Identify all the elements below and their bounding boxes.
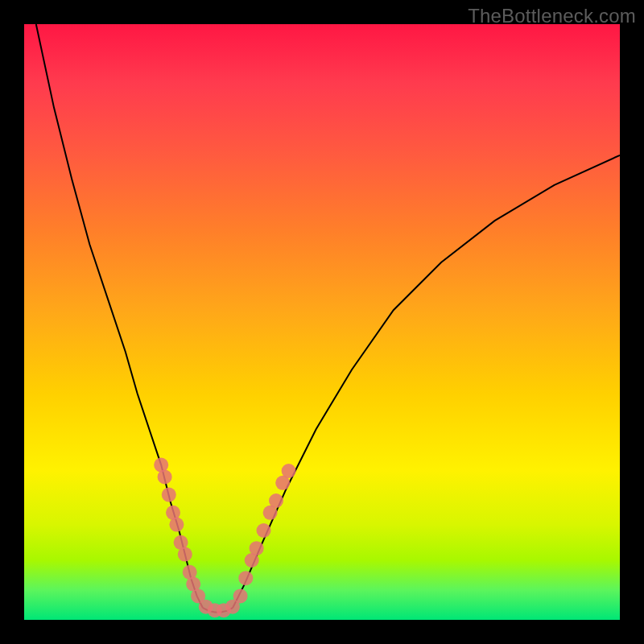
chart-frame: TheBottleneck.com xyxy=(0,0,644,644)
plot-area xyxy=(24,24,620,620)
data-marker xyxy=(162,488,176,502)
chart-overlay xyxy=(24,24,620,620)
data-marker xyxy=(169,518,184,532)
data-marker xyxy=(158,469,172,484)
data-marker xyxy=(269,493,283,508)
data-marker xyxy=(250,541,264,555)
data-marker xyxy=(257,523,271,538)
data-marker xyxy=(238,571,253,585)
watermark-text: TheBottleneck.com xyxy=(468,5,636,27)
data-marker xyxy=(282,464,296,478)
marker-group xyxy=(154,458,295,618)
curve-right-arm xyxy=(233,155,620,608)
data-marker xyxy=(178,547,192,562)
data-marker xyxy=(233,588,248,603)
